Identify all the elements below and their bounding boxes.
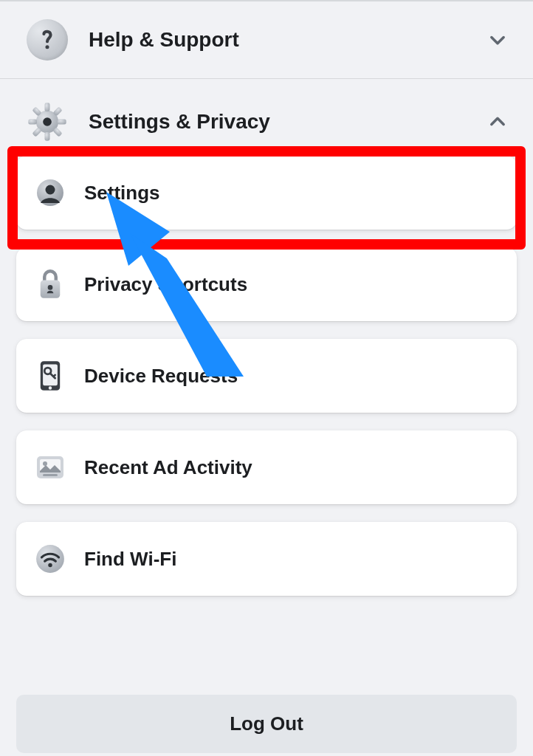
settings-privacy-row[interactable]: Settings & Privacy [0, 83, 533, 156]
svg-rect-4 [28, 120, 37, 125]
menu-item-privacy-shortcuts[interactable]: Privacy Shortcuts [16, 247, 517, 321]
logout-button[interactable]: Log Out [16, 695, 517, 753]
help-support-label: Help & Support [89, 28, 467, 52]
user-silhouette-icon [34, 176, 66, 209]
svg-rect-22 [43, 474, 58, 476]
device-key-icon [34, 360, 66, 392]
lock-icon [34, 268, 66, 300]
menu-item-label: Settings [84, 182, 160, 205]
settings-submenu: Settings Privacy Shortcuts [0, 156, 533, 596]
svg-point-12 [46, 185, 55, 195]
logout-label: Log Out [230, 712, 303, 735]
menu-item-find-wifi[interactable]: Find Wi-Fi [16, 522, 517, 596]
menu-item-label: Privacy Shortcuts [84, 273, 247, 296]
svg-point-17 [49, 386, 52, 389]
section-divider [0, 78, 533, 79]
gear-icon [27, 101, 68, 142]
svg-point-0 [45, 45, 49, 49]
svg-point-10 [43, 117, 52, 126]
menu-item-device-requests[interactable]: Device Requests [16, 339, 517, 413]
logout-wrap: Log Out [16, 695, 517, 753]
menu-item-recent-ad-activity[interactable]: Recent Ad Activity [16, 430, 517, 504]
help-support-row[interactable]: Help & Support [0, 1, 533, 78]
menu-item-settings[interactable]: Settings [16, 156, 517, 230]
menu-item-label: Device Requests [84, 365, 238, 388]
menu-item-label: Find Wi-Fi [84, 548, 176, 571]
image-icon [34, 451, 66, 484]
question-icon [27, 19, 68, 61]
chevron-down-icon [487, 30, 508, 50]
menu-item-label: Recent Ad Activity [84, 456, 252, 479]
svg-rect-5 [58, 120, 66, 125]
svg-point-14 [48, 285, 53, 290]
svg-point-24 [48, 563, 52, 567]
settings-privacy-label: Settings & Privacy [89, 110, 467, 134]
chevron-up-icon [487, 111, 508, 132]
wifi-icon [34, 543, 66, 575]
svg-rect-2 [45, 103, 50, 111]
svg-point-21 [43, 461, 47, 466]
svg-rect-3 [45, 132, 50, 141]
